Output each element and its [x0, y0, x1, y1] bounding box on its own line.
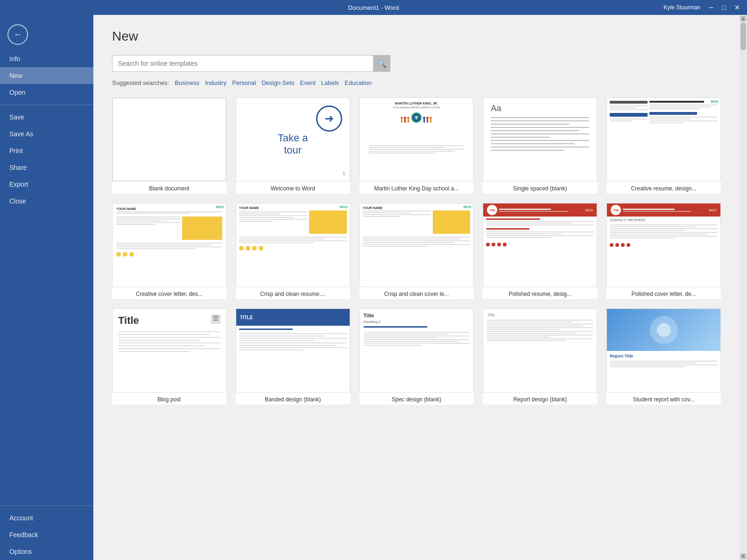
sidebar-divider-1: [0, 105, 93, 105]
template-report[interactable]: Title: [483, 308, 597, 405]
page-title: New: [112, 29, 721, 44]
template-grid: Blank document ➜ Take atour ⚕ Welcome to…: [112, 98, 721, 405]
window-controls: ─ □ ✕: [705, 1, 743, 14]
template-label-report: Report design (blank): [483, 392, 597, 405]
template-preview-polished-cover: YN MOO CONTACT / RECIPIENT: [606, 203, 721, 287]
template-label-single-spaced: Single spaced (blank): [483, 182, 597, 194]
template-creative-cover[interactable]: MOO YOUR NAME: [112, 203, 226, 299]
template-creative-resume[interactable]: MOO: [606, 98, 721, 194]
suggested-label: Suggested searches:: [112, 79, 169, 86]
template-label-crisp-resume: Crisp and clean resume,...: [236, 287, 350, 299]
scrollbar-thumb[interactable]: [740, 22, 746, 50]
app-body: ← Info New Open Save Save As Print Share…: [0, 15, 747, 560]
template-preview-tour: ➜ Take atour ⚕: [236, 98, 350, 182]
template-tour[interactable]: ➜ Take atour ⚕ Welcome to Word: [236, 98, 350, 194]
sidebar-item-open[interactable]: Open: [0, 84, 93, 101]
user-name: Kyle Stuurman: [663, 4, 700, 11]
polished-cover-initials: YN: [611, 205, 621, 215]
template-label-spec: Spec design (blank): [359, 392, 474, 405]
template-label-banded: Banded design (blank): [236, 392, 350, 405]
search-button[interactable]: 🔍: [374, 55, 390, 72]
template-polished-cover[interactable]: YN MOO CONTACT / RECIPIENT: [606, 203, 721, 299]
sidebar-item-export[interactable]: Export: [0, 176, 93, 193]
sidebar-spacer: [0, 210, 93, 502]
sidebar-item-info[interactable]: Info: [0, 50, 93, 67]
back-icon: ←: [14, 30, 22, 40]
sidebar-item-account[interactable]: Account: [0, 510, 93, 526]
template-preview-student-report: Report Title: [606, 308, 721, 392]
template-preview-crisp-resume: MOO YOUR NAME: [236, 203, 350, 287]
sidebar-item-options[interactable]: Options: [0, 543, 93, 560]
sidebar-item-print[interactable]: Print: [0, 142, 93, 159]
close-button[interactable]: ✕: [731, 1, 743, 14]
template-preview-blog-post: Title: [112, 308, 226, 392]
suggested-searches: Suggested searches: Business Industry Pe…: [112, 79, 721, 86]
template-label-mlk: Martin Luther King Day school a...: [359, 182, 474, 194]
template-student-report[interactable]: Report Title Student report with cov...: [606, 308, 721, 405]
template-blog-post[interactable]: Title Blog post: [112, 308, 226, 405]
search-input[interactable]: [112, 55, 374, 72]
minimize-button[interactable]: ─: [705, 1, 717, 14]
maximize-button[interactable]: □: [718, 1, 730, 14]
template-label-blog-post: Blog post: [112, 392, 226, 405]
template-preview-mlk: MARTIN LUTHER KING, JR. A true inspirati…: [359, 98, 474, 182]
sidebar-divider-2: [0, 505, 93, 506]
sidebar: ← Info New Open Save Save As Print Share…: [0, 15, 93, 560]
template-label-student-report: Student report with cov...: [606, 392, 721, 405]
template-preview-report: Title: [483, 308, 597, 392]
template-crisp-resume[interactable]: MOO YOUR NAME: [236, 203, 350, 299]
template-label-tour: Welcome to Word: [236, 182, 350, 194]
template-label-polished-resume: Polished resume, desig...: [483, 287, 597, 299]
template-preview-polished-resume: YN MOO: [483, 203, 597, 287]
suggested-business[interactable]: Business: [175, 79, 199, 86]
template-preview-single-spaced: Aa: [483, 98, 597, 182]
sidebar-item-new[interactable]: New: [0, 67, 93, 84]
scrollbar[interactable]: ▲ ▼: [740, 15, 747, 560]
template-preview-spec: Title Heading 2: [359, 308, 474, 392]
sidebar-item-save[interactable]: Save: [0, 109, 93, 126]
template-preview-creative-resume: MOO: [606, 98, 721, 182]
back-button[interactable]: ←: [7, 24, 28, 45]
template-label-blank: Blank document: [112, 182, 226, 194]
template-banded[interactable]: TITLE: [236, 308, 350, 405]
window-title: Document1 - Word: [348, 4, 399, 11]
tour-arrow-icon: ➜: [316, 105, 342, 132]
template-single-spaced[interactable]: Aa: [483, 98, 597, 194]
polished-initials: YN: [487, 205, 497, 215]
suggested-event[interactable]: Event: [300, 79, 316, 86]
template-blank[interactable]: Blank document: [112, 98, 226, 194]
suggested-education[interactable]: Education: [345, 79, 372, 86]
title-bar: Document1 - Word Kyle Stuurman ─ □ ✕: [0, 0, 747, 15]
content-area: New 🔍 Suggested searches: Business Indus…: [93, 15, 740, 560]
template-label-crisp-cover: Crisp and clean cover le...: [359, 287, 474, 299]
sidebar-item-save-as[interactable]: Save As: [0, 126, 93, 142]
suggested-labels[interactable]: Labels: [321, 79, 339, 86]
sidebar-item-feedback[interactable]: Feedback: [0, 526, 93, 543]
template-mlk[interactable]: MARTIN LUTHER KING, JR. A true inspirati…: [359, 98, 474, 194]
template-label-polished-cover: Polished cover letter, de...: [606, 287, 721, 299]
template-label-creative-cover: Creative cover letter, des...: [112, 287, 226, 299]
template-label-creative-resume: Creative resume, design...: [606, 182, 721, 194]
template-preview-blank: [112, 98, 226, 182]
template-polished-resume[interactable]: YN MOO: [483, 203, 597, 299]
template-preview-banded: TITLE: [236, 308, 350, 392]
template-preview-creative-cover: MOO YOUR NAME: [112, 203, 226, 287]
template-preview-crisp-cover: MOO YOUR NAME: [359, 203, 474, 287]
template-spec[interactable]: Title Heading 2: [359, 308, 474, 405]
suggested-design-sets[interactable]: Design Sets: [261, 79, 294, 86]
sidebar-item-close[interactable]: Close: [0, 193, 93, 210]
sidebar-item-share[interactable]: Share: [0, 159, 93, 176]
suggested-personal[interactable]: Personal: [232, 79, 256, 86]
template-crisp-cover[interactable]: MOO YOUR NAME: [359, 203, 474, 299]
suggested-industry[interactable]: Industry: [205, 79, 226, 86]
search-bar: 🔍: [112, 55, 721, 72]
